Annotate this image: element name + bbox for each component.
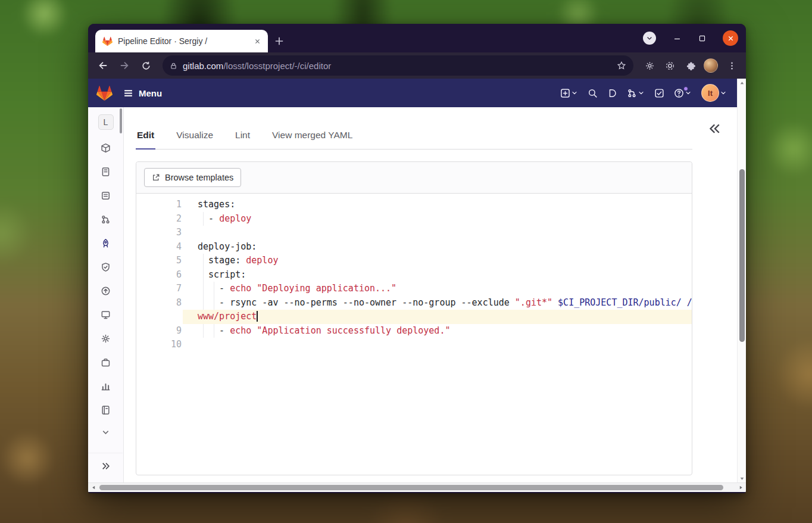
code-row: 10 [136,338,692,352]
line-number[interactable]: 2 [136,212,183,226]
sidebar-more-chevron-icon[interactable] [88,422,123,442]
user-menu-button[interactable]: lt [699,82,729,104]
sidebar-item-packages-registries[interactable] [88,350,123,374]
tab-lint[interactable]: Lint [234,125,251,149]
tab-visualize[interactable]: Visualize [175,125,214,149]
code-line-content[interactable]: - rsync -av --no-perms --no-owner --no-g… [183,296,692,310]
scroll-left-icon[interactable] [89,483,98,492]
plus-square-icon [560,88,570,98]
browser-menu-kebab-icon[interactable] [723,57,741,74]
line-number[interactable]: 9 [136,324,183,338]
extension-gear-icon-1[interactable] [641,57,658,74]
code-row: 2 - deploy [136,212,692,226]
issues-button[interactable] [605,86,619,101]
external-link-icon [152,173,160,182]
line-number[interactable]: 10 [136,338,183,352]
page-vertical-scrollbar[interactable] [737,79,746,482]
extension-gear-icon-2[interactable] [661,57,679,74]
code-line-content[interactable]: stages: [183,198,692,212]
maximize-button[interactable] [698,34,706,42]
sidebar-scrollbar-thumb[interactable] [120,108,122,133]
code-line-content[interactable]: - echo "Application successfully deploye… [183,324,692,338]
browser-toolbar: gitlab.com/losst/losstproject/-/ci/edito… [88,52,746,79]
line-number[interactable]: 6 [136,268,183,282]
sidebar-item-project-information[interactable] [88,136,123,160]
code-line-content[interactable] [183,226,692,240]
indent-guide [203,212,204,226]
browse-templates-button[interactable]: Browse templates [144,168,241,187]
address-bar[interactable]: gitlab.com/losst/losstproject/-/ci/edito… [163,55,633,76]
back-icon[interactable] [93,56,113,75]
sidebar-item-infrastructure[interactable] [88,326,123,350]
sidebar-item-analytics[interactable] [88,374,123,398]
page-horizontal-scrollbar[interactable] [88,482,746,492]
menu-button[interactable]: Menu [123,88,162,98]
url-host: gitlab.com [183,61,223,71]
code-token: www/project [198,311,257,322]
reload-icon[interactable] [136,56,155,75]
code-row: 8 - rsync -av --no-perms --no-owner --no… [136,296,692,310]
sidebar-item-security-compliance[interactable] [88,255,123,279]
line-number[interactable]: 5 [136,254,183,268]
code-line-content[interactable]: www/project [183,310,692,324]
menu-label: Menu [139,88,162,98]
chevron-down-icon [571,89,578,96]
bookmark-star-icon[interactable] [617,61,626,70]
forward-icon[interactable] [115,56,134,75]
editor-card: Browse templates 1stages:2 - deploy34dep… [136,161,692,475]
indent-guide [203,254,204,268]
sidebar-item-deployments[interactable] [88,279,123,303]
code-row: 6 script: [136,268,692,282]
tab-view-merged-yaml[interactable]: View merged YAML [271,125,354,149]
sidebar-item-repository[interactable] [88,160,123,183]
code-token: $CI_PROJECT_DIR/public/ /var/ [558,297,692,308]
browser-profile-avatar[interactable] [704,58,718,73]
todos-button[interactable] [652,86,666,101]
merge-requests-button[interactable] [625,86,647,101]
text-cursor [257,311,258,322]
scroll-down-icon[interactable] [738,474,746,482]
line-number[interactable]: 4 [136,240,183,254]
line-number[interactable]: 3 [136,226,183,240]
code-line-content[interactable] [183,338,692,352]
gitlab-logo[interactable] [96,85,113,101]
extensions-puzzle-icon[interactable] [681,57,699,74]
code-line-content[interactable]: deploy-job: [183,240,692,254]
page-viewport: Menu lt L [88,79,746,482]
code-token: deploy [246,255,278,266]
minimize-button[interactable] [673,34,681,42]
close-button[interactable] [723,30,738,46]
tab-close-icon[interactable] [251,35,263,47]
tab-edit[interactable]: Edit [136,125,155,149]
tab-search-icon[interactable] [643,32,656,45]
line-number[interactable]: 7 [136,282,183,296]
help-button[interactable] [672,86,694,101]
browser-tab[interactable]: Pipeline Editor · Sergiy / [95,30,268,52]
sidebar-item-monitor[interactable] [88,303,123,326]
code-line-content[interactable]: - echo "Deploying application..." [183,282,692,296]
sidebar-item-wiki[interactable] [88,398,123,422]
code-token: rsync -av --no-perms --no-owner --no-gro… [230,297,515,308]
project-avatar[interactable]: L [98,114,114,130]
collapse-drawer-icon[interactable] [708,122,722,136]
sidebar-item-ci-cd[interactable] [88,231,123,255]
new-tab-button[interactable] [274,30,285,52]
lock-icon [170,62,177,70]
new-menu-button[interactable] [558,86,580,101]
code-line-content[interactable]: script: [183,268,692,282]
sidebar-item-issues[interactable] [88,183,123,207]
sidebar-item-merge-requests[interactable] [88,207,123,231]
scroll-up-icon[interactable] [738,79,746,87]
line-number[interactable]: 1 [136,198,183,212]
code-row: 4deploy-job: [136,240,692,254]
code-line-content[interactable]: stage: deploy [183,254,692,268]
search-button[interactable] [586,86,599,101]
line-number[interactable] [136,310,183,324]
vertical-scrollbar-thumb[interactable] [739,169,745,342]
code-line-content[interactable]: - deploy [183,212,692,226]
line-number[interactable]: 8 [136,296,183,310]
scroll-right-icon[interactable] [736,483,745,492]
yaml-editor[interactable]: 1stages:2 - deploy34deploy-job:5 stage: … [136,194,692,475]
sidebar-expand-icon[interactable] [88,453,123,479]
horizontal-scrollbar-thumb[interactable] [99,485,723,490]
